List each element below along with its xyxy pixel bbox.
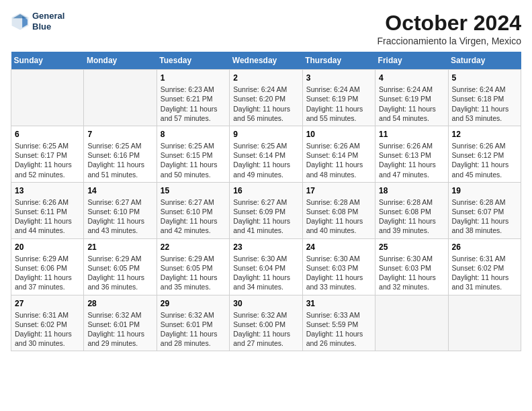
day-number: 4 (379, 73, 444, 83)
day-number: 31 (306, 298, 371, 309)
day-number: 29 (161, 298, 226, 309)
cell-info: Sunrise: 6:29 AM (15, 254, 80, 263)
cell-info: Sunrise: 6:25 AM (233, 141, 298, 150)
day-number: 23 (233, 242, 298, 253)
cell-info: Sunrise: 6:28 AM (379, 197, 444, 207)
header-thursday: Thursday (302, 52, 375, 70)
cell-info: Sunset: 6:04 PM (233, 263, 298, 273)
cell-info: Sunset: 6:03 PM (306, 263, 371, 273)
cell-info: Daylight: 11 hours and 39 minutes. (379, 216, 444, 235)
cell-info: Sunset: 6:06 PM (15, 263, 80, 273)
day-number: 19 (452, 185, 517, 196)
calendar-cell: 10Sunrise: 6:26 AMSunset: 6:14 PMDayligh… (302, 126, 375, 182)
cell-info: Sunset: 6:14 PM (233, 150, 298, 160)
day-number: 9 (233, 129, 298, 140)
calendar-cell: 5Sunrise: 6:24 AMSunset: 6:18 PMDaylight… (448, 70, 521, 126)
day-number: 24 (306, 242, 371, 253)
calendar-cell: 27Sunrise: 6:31 AMSunset: 6:02 PMDayligh… (11, 295, 84, 351)
cell-info: Daylight: 11 hours and 50 minutes. (161, 160, 226, 179)
cell-info: Sunset: 6:02 PM (15, 320, 80, 329)
header-monday: Monday (84, 52, 157, 70)
cell-info: Daylight: 11 hours and 34 minutes. (233, 273, 298, 291)
cell-info: Sunset: 6:10 PM (161, 207, 226, 216)
week-row-1: 6Sunrise: 6:25 AMSunset: 6:17 PMDaylight… (11, 126, 521, 182)
cell-info: Sunset: 6:13 PM (379, 150, 444, 160)
cell-info: Sunset: 6:19 PM (379, 94, 444, 103)
calendar-cell: 20Sunrise: 6:29 AMSunset: 6:06 PMDayligh… (11, 238, 84, 295)
cell-info: Sunrise: 6:26 AM (306, 141, 371, 150)
cell-info: Sunset: 6:10 PM (87, 207, 152, 216)
day-number: 21 (87, 242, 152, 253)
day-number: 5 (452, 73, 517, 83)
cell-info: Sunrise: 6:28 AM (452, 197, 517, 207)
title-block: October 2024 Fraccionamiento la Virgen, … (377, 11, 521, 46)
calendar-cell: 11Sunrise: 6:26 AMSunset: 6:13 PMDayligh… (375, 126, 448, 182)
day-number: 17 (306, 185, 371, 196)
day-number: 20 (15, 242, 80, 253)
cell-info: Daylight: 11 hours and 26 minutes. (306, 329, 371, 348)
calendar-cell (448, 295, 521, 351)
day-number: 10 (306, 129, 371, 140)
cell-info: Daylight: 11 hours and 43 minutes. (87, 216, 152, 235)
day-number: 30 (233, 298, 298, 309)
cell-info: Daylight: 11 hours and 42 minutes. (161, 216, 226, 235)
cell-info: Sunrise: 6:31 AM (15, 310, 80, 320)
calendar-cell: 30Sunrise: 6:32 AMSunset: 6:00 PMDayligh… (230, 295, 302, 351)
cell-info: Daylight: 11 hours and 48 minutes. (306, 160, 371, 179)
calendar-cell: 21Sunrise: 6:29 AMSunset: 6:05 PMDayligh… (84, 238, 157, 295)
cell-info: Daylight: 11 hours and 41 minutes. (233, 216, 298, 235)
cell-info: Daylight: 11 hours and 51 minutes. (87, 160, 152, 179)
cell-info: Sunset: 6:09 PM (233, 207, 298, 216)
cell-info: Sunset: 6:08 PM (379, 207, 444, 216)
cell-info: Sunrise: 6:32 AM (233, 310, 298, 320)
calendar-cell: 17Sunrise: 6:28 AMSunset: 6:08 PMDayligh… (302, 182, 375, 238)
header-sunday: Sunday (11, 52, 84, 70)
cell-info: Sunset: 6:03 PM (379, 263, 444, 273)
cell-info: Sunrise: 6:30 AM (233, 254, 298, 263)
cell-info: Daylight: 11 hours and 28 minutes. (161, 329, 226, 348)
calendar-cell: 12Sunrise: 6:26 AMSunset: 6:12 PMDayligh… (448, 126, 521, 182)
calendar-cell: 15Sunrise: 6:27 AMSunset: 6:10 PMDayligh… (157, 182, 229, 238)
calendar-cell: 24Sunrise: 6:30 AMSunset: 6:03 PMDayligh… (302, 238, 375, 295)
cell-info: Sunset: 6:00 PM (233, 320, 298, 329)
day-number: 28 (87, 298, 152, 309)
header-friday: Friday (375, 52, 448, 70)
cell-info: Sunrise: 6:26 AM (452, 141, 517, 150)
logo-text: General Blue (32, 11, 64, 32)
week-row-2: 13Sunrise: 6:26 AMSunset: 6:11 PMDayligh… (11, 182, 521, 238)
week-row-3: 20Sunrise: 6:29 AMSunset: 6:06 PMDayligh… (11, 238, 521, 295)
cell-info: Sunrise: 6:29 AM (161, 254, 226, 263)
cell-info: Daylight: 11 hours and 56 minutes. (233, 104, 298, 123)
cell-info: Sunset: 6:19 PM (306, 94, 371, 103)
day-number: 13 (15, 185, 80, 196)
cell-info: Sunrise: 6:32 AM (87, 310, 152, 320)
calendar-cell: 18Sunrise: 6:28 AMSunset: 6:08 PMDayligh… (375, 182, 448, 238)
cell-info: Sunset: 6:20 PM (233, 94, 298, 103)
calendar-cell: 14Sunrise: 6:27 AMSunset: 6:10 PMDayligh… (84, 182, 157, 238)
cell-info: Daylight: 11 hours and 57 minutes. (161, 104, 226, 123)
cell-info: Sunset: 6:01 PM (87, 320, 152, 329)
cell-info: Sunrise: 6:30 AM (306, 254, 371, 263)
cell-info: Daylight: 11 hours and 29 minutes. (87, 329, 152, 348)
location: Fraccionamiento la Virgen, Mexico (377, 36, 521, 46)
calendar-cell: 13Sunrise: 6:26 AMSunset: 6:11 PMDayligh… (11, 182, 84, 238)
calendar-cell: 28Sunrise: 6:32 AMSunset: 6:01 PMDayligh… (84, 295, 157, 351)
cell-info: Sunrise: 6:25 AM (87, 141, 152, 150)
cell-info: Sunrise: 6:24 AM (306, 85, 371, 94)
cell-info: Daylight: 11 hours and 32 minutes. (379, 273, 444, 291)
calendar-cell: 26Sunrise: 6:31 AMSunset: 6:02 PMDayligh… (448, 238, 521, 295)
day-number: 27 (15, 298, 80, 309)
cell-info: Sunset: 6:02 PM (452, 263, 517, 273)
cell-info: Sunrise: 6:24 AM (233, 85, 298, 94)
cell-info: Sunrise: 6:23 AM (161, 85, 226, 94)
day-number: 25 (379, 242, 444, 253)
cell-info: Daylight: 11 hours and 52 minutes. (15, 160, 80, 179)
header-saturday: Saturday (448, 52, 521, 70)
logo-line1: General (32, 11, 64, 21)
cell-info: Sunrise: 6:30 AM (379, 254, 444, 263)
cell-info: Daylight: 11 hours and 54 minutes. (379, 104, 444, 123)
calendar-cell: 25Sunrise: 6:30 AMSunset: 6:03 PMDayligh… (375, 238, 448, 295)
calendar-cell (84, 70, 157, 126)
day-number: 12 (452, 129, 517, 140)
week-row-0: 1Sunrise: 6:23 AMSunset: 6:21 PMDaylight… (11, 70, 521, 126)
